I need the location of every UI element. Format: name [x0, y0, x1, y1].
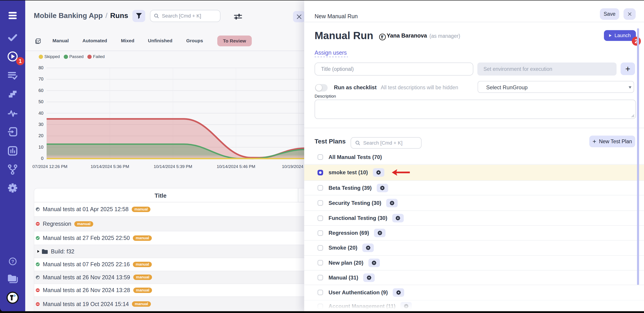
svg-text:?: ?	[11, 259, 14, 264]
